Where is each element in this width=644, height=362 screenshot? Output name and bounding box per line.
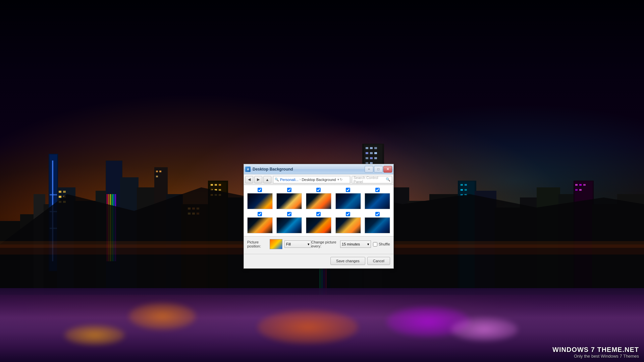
svg-rect-73 bbox=[366, 152, 368, 154]
position-dropdown[interactable]: Fill ▾ bbox=[284, 240, 311, 248]
svg-rect-106 bbox=[579, 189, 582, 191]
dialog-footer: Save changes Cancel bbox=[244, 254, 393, 268]
address-bar[interactable]: 🔍 Personali... › Desktop Background ▾ ↻ bbox=[273, 176, 350, 183]
image-grid bbox=[247, 188, 391, 233]
refresh-icon[interactable]: ↻ bbox=[340, 178, 342, 181]
svg-rect-15 bbox=[63, 191, 66, 193]
maximize-button[interactable]: □ bbox=[374, 166, 383, 173]
svg-rect-34 bbox=[156, 171, 158, 172]
position-section: Picture position: Fill ▾ bbox=[247, 239, 311, 249]
image-thumbnail-6[interactable] bbox=[247, 217, 273, 233]
svg-rect-103 bbox=[579, 184, 582, 186]
bottom-controls: Picture position: Fill ▾ Change picture … bbox=[244, 236, 393, 254]
cancel-button[interactable]: Cancel bbox=[367, 257, 390, 265]
desktop: WINDOWS 7 THEME.NET Only the best Window… bbox=[0, 0, 644, 362]
svg-rect-74 bbox=[370, 152, 373, 154]
navigation-bar: ◀ ▶ ▲ 🔍 Personali... › Desktop Backgroun… bbox=[244, 174, 393, 185]
list-item bbox=[276, 212, 303, 233]
forward-button[interactable]: ▶ bbox=[254, 176, 262, 183]
list-item bbox=[305, 212, 332, 233]
watermark: WINDOWS 7 THEME.NET Only the best Window… bbox=[552, 346, 639, 359]
shuffle-checkbox[interactable] bbox=[373, 242, 377, 246]
watermark-subtitle: Only the best Windows 7 Themes bbox=[552, 354, 639, 359]
list-item bbox=[247, 188, 273, 209]
list-item bbox=[335, 188, 362, 209]
svg-rect-47 bbox=[211, 184, 213, 186]
list-item bbox=[364, 212, 391, 233]
change-dropdown-arrow: ▾ bbox=[367, 242, 369, 246]
position-preview-thumbnail bbox=[270, 239, 282, 249]
breadcrumb-personalise[interactable]: Personali... bbox=[280, 178, 299, 182]
image-thumbnail-2[interactable] bbox=[276, 193, 302, 209]
search-box[interactable]: Search Control Panel 🔍 bbox=[352, 176, 392, 183]
desktop-background-dialog: 🖥 Desktop Background – □ ✕ ◀ ▶ ▲ 🔍 Perso… bbox=[244, 164, 394, 269]
dialog-title: Desktop Background bbox=[253, 167, 365, 172]
svg-rect-72 bbox=[374, 147, 377, 149]
svg-rect-16 bbox=[59, 196, 61, 198]
change-dropdown[interactable]: 15 minutes ▾ bbox=[340, 240, 371, 248]
image-checkbox-7[interactable] bbox=[287, 212, 291, 216]
change-value: 15 minutes bbox=[342, 242, 360, 246]
image-thumbnail-5[interactable] bbox=[365, 193, 390, 209]
svg-rect-35 bbox=[159, 171, 161, 172]
image-thumbnail-9[interactable] bbox=[335, 217, 361, 233]
svg-rect-90 bbox=[465, 184, 467, 186]
svg-rect-48 bbox=[215, 184, 217, 186]
image-checkbox-1[interactable] bbox=[258, 188, 262, 192]
search-placeholder: Search Control Panel bbox=[354, 176, 386, 184]
list-item bbox=[276, 188, 303, 209]
change-label: Change picture every: bbox=[311, 240, 338, 248]
breadcrumb-separator: › bbox=[300, 178, 301, 181]
svg-rect-75 bbox=[374, 152, 377, 154]
image-checkbox-5[interactable] bbox=[375, 188, 380, 192]
image-thumbnail-4[interactable] bbox=[335, 193, 361, 209]
svg-rect-14 bbox=[59, 191, 61, 193]
image-checkbox-3[interactable] bbox=[316, 188, 321, 192]
svg-rect-52 bbox=[219, 189, 221, 191]
svg-rect-91 bbox=[461, 189, 463, 191]
list-item bbox=[247, 212, 273, 233]
search-icon: 🔍 bbox=[386, 177, 390, 182]
list-item bbox=[305, 188, 332, 209]
svg-rect-77 bbox=[370, 157, 373, 159]
water-reflection bbox=[0, 288, 644, 362]
list-item bbox=[335, 212, 362, 233]
svg-rect-36 bbox=[156, 176, 158, 177]
position-dropdown-arrow: ▾ bbox=[308, 242, 310, 246]
image-thumbnail-8[interactable] bbox=[306, 217, 331, 233]
close-button[interactable]: ✕ bbox=[383, 166, 392, 173]
image-thumbnail-1[interactable] bbox=[247, 193, 273, 209]
image-checkbox-8[interactable] bbox=[316, 212, 321, 216]
image-checkbox-4[interactable] bbox=[346, 188, 350, 192]
svg-rect-70 bbox=[366, 147, 368, 149]
image-checkbox-9[interactable] bbox=[346, 212, 350, 216]
up-button[interactable]: ▲ bbox=[263, 176, 271, 183]
image-thumbnail-3[interactable] bbox=[306, 193, 331, 209]
title-bar-buttons: – □ ✕ bbox=[365, 166, 392, 173]
shuffle-row: Shuffle bbox=[373, 242, 390, 246]
image-checkbox-10[interactable] bbox=[375, 212, 380, 216]
save-changes-button[interactable]: Save changes bbox=[330, 257, 365, 265]
dialog-title-bar: 🖥 Desktop Background – □ ✕ bbox=[244, 164, 393, 174]
image-content-area[interactable] bbox=[244, 185, 393, 236]
image-checkbox-6[interactable] bbox=[258, 212, 262, 216]
svg-rect-104 bbox=[583, 184, 586, 186]
position-value: Fill bbox=[286, 242, 291, 246]
refresh-dropdown-icon: ▾ bbox=[337, 178, 339, 181]
svg-rect-71 bbox=[370, 147, 373, 149]
image-thumbnail-10[interactable] bbox=[365, 217, 390, 233]
svg-rect-10 bbox=[50, 194, 57, 195]
svg-rect-89 bbox=[461, 184, 463, 186]
position-label: Picture position: bbox=[247, 240, 268, 248]
image-thumbnail-7[interactable] bbox=[276, 217, 302, 233]
svg-rect-92 bbox=[465, 189, 467, 191]
minimize-button[interactable]: – bbox=[365, 166, 373, 173]
back-button[interactable]: ◀ bbox=[245, 176, 253, 183]
svg-rect-102 bbox=[575, 184, 578, 186]
shuffle-label: Shuffle bbox=[379, 242, 390, 246]
breadcrumb-desktop-background: Desktop Background bbox=[302, 178, 336, 182]
svg-rect-105 bbox=[575, 189, 578, 191]
svg-rect-49 bbox=[219, 184, 221, 186]
image-checkbox-2[interactable] bbox=[287, 188, 291, 192]
dialog-icon: 🖥 bbox=[245, 167, 251, 172]
